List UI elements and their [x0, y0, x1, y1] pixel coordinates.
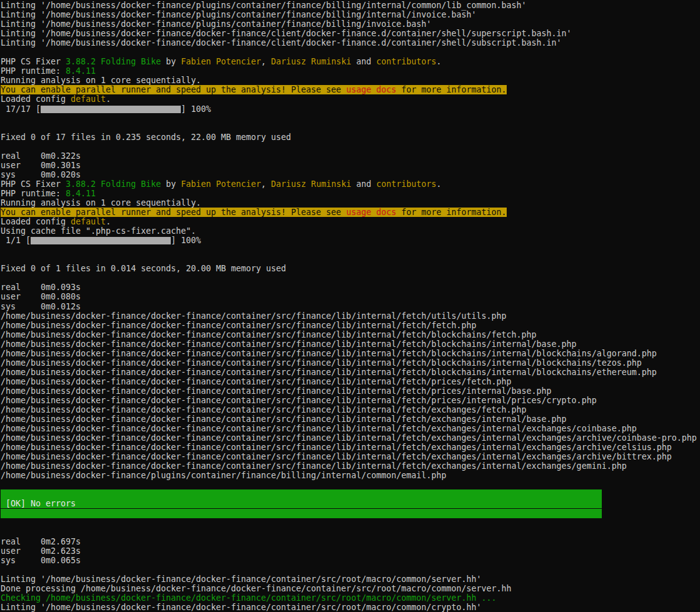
terminal-text: user 0m2.623s [1, 546, 81, 556]
terminal-text: 8.4.11 [66, 66, 96, 76]
terminal-line: [OK] No errors [1, 499, 700, 508]
terminal-text: Fixed 0 of 1 files in 0.014 seconds, 20.… [1, 264, 286, 273]
terminal-text: , [261, 179, 271, 189]
terminal-line: PHP runtime: 8.4.11 [1, 66, 700, 76]
terminal-text: PHP runtime: [1, 189, 66, 198]
terminal-line: user 0m2.623s [1, 546, 700, 556]
terminal-line: real 0m0.093s [1, 283, 700, 292]
terminal-text: 1/1 [ [1, 236, 31, 245]
terminal-line [1, 480, 700, 489]
terminal-text: user 0m0.301s [1, 161, 81, 170]
terminal-line: 17/17 [] 100% [1, 104, 700, 114]
terminal-text: Linting '/home/business/docker-finance/p… [1, 1, 527, 10]
terminal-text: /home/business/docker-finance/docker-fin… [1, 386, 552, 396]
terminal-text: ] 100% [181, 104, 211, 114]
terminal-line [1, 273, 700, 283]
terminal-text: /home/business/docker-finance/docker-fin… [1, 368, 657, 377]
terminal-text: /home/business/docker-finance/plugins/co… [1, 471, 446, 480]
terminal-text: Running analysis on 1 core sequentially. [1, 198, 201, 208]
terminal-line: Linting '/home/business/docker-finance/p… [1, 19, 700, 29]
terminal-text: Linting '/home/business/docker-finance/p… [1, 10, 477, 19]
terminal-text: user 0m0.080s [1, 292, 81, 301]
terminal-line: /home/business/docker-finance/docker-fin… [1, 349, 700, 358]
terminal-line: You can enable parallel runner and speed… [1, 208, 700, 217]
terminal-line: /home/business/docker-finance/docker-fin… [1, 414, 700, 424]
terminal-text: . [106, 217, 111, 226]
terminal-line [1, 245, 700, 254]
terminal-line: /home/business/docker-finance/docker-fin… [1, 424, 700, 433]
terminal-line: /home/business/docker-finance/docker-fin… [1, 405, 700, 414]
progress-bar [31, 237, 171, 244]
terminal-text: 3.88.2 Folding Bike [66, 57, 161, 66]
terminal-text [1, 489, 602, 499]
terminal-line [1, 528, 700, 537]
terminal-text: /home/business/docker-finance/docker-fin… [1, 321, 477, 330]
terminal-text: contributors [376, 179, 436, 189]
terminal-text: Checking /home/business/docker-finance/d… [1, 593, 497, 603]
terminal-line: Loaded config default. [1, 217, 700, 226]
terminal-text: usage docs [346, 85, 396, 94]
terminal-text: [OK] No errors [1, 499, 602, 508]
terminal-line: sys 0m0.065s [1, 556, 700, 565]
terminal-text: /home/business/docker-finance/docker-fin… [1, 443, 672, 452]
terminal-text: usage docs [346, 208, 396, 217]
terminal-text: , [261, 57, 271, 66]
terminal-text: sys 0m0.065s [1, 556, 81, 565]
terminal-text: /home/business/docker-finance/docker-fin… [1, 405, 527, 414]
terminal-line: /home/business/docker-finance/docker-fin… [1, 330, 700, 339]
terminal-text: for more information. [396, 208, 506, 217]
terminal-text: real 0m2.697s [1, 537, 81, 546]
terminal-line: sys 0m0.012s [1, 302, 700, 311]
terminal-line [1, 518, 700, 528]
terminal-line: Checking /home/business/docker-finance/d… [1, 593, 700, 603]
terminal-text: real 0m0.322s [1, 151, 81, 161]
terminal-text: Linting '/home/business/docker-finance/p… [1, 19, 431, 29]
terminal-text: Fixed 0 of 17 files in 0.235 seconds, 22… [1, 133, 291, 142]
terminal-text: sys 0m0.012s [1, 302, 81, 311]
terminal-line: sys 0m0.020s [1, 170, 700, 179]
terminal-text [1, 509, 602, 518]
terminal-line: PHP runtime: 8.4.11 [1, 189, 700, 198]
terminal-text: PHP runtime: [1, 66, 66, 76]
terminal-output: Linting '/home/business/docker-finance/p… [0, 0, 700, 612]
terminal-line: /home/business/docker-finance/docker-fin… [1, 443, 700, 452]
terminal-line: /home/business/docker-finance/docker-fin… [1, 433, 700, 443]
terminal-line: /home/business/docker-finance/docker-fin… [1, 368, 700, 377]
terminal-line [1, 254, 700, 264]
terminal-text: . [437, 179, 442, 189]
terminal-text: 17/17 [ [1, 104, 41, 114]
terminal-line [1, 509, 700, 518]
terminal-line: /home/business/docker-finance/plugins/co… [1, 471, 700, 480]
terminal-line: /home/business/docker-finance/docker-fin… [1, 358, 700, 368]
terminal-line: Done processing /home/business/docker-fi… [1, 584, 700, 593]
terminal-text: Loaded config [1, 94, 71, 104]
terminal-text: . [437, 57, 442, 66]
terminal-line: /home/business/docker-finance/docker-fin… [1, 396, 700, 405]
terminal-text: by [161, 179, 181, 189]
terminal-text: ] 100% [171, 236, 201, 245]
terminal-text: Loaded config [1, 217, 71, 226]
terminal-line: /home/business/docker-finance/docker-fin… [1, 321, 700, 330]
terminal-line: Linting '/home/business/docker-finance/p… [1, 1, 700, 10]
terminal-text: Linting '/home/business/docker-finance/d… [1, 29, 572, 38]
terminal-text: . [106, 94, 111, 104]
terminal-line: Fixed 0 of 1 files in 0.014 seconds, 20.… [1, 264, 700, 273]
terminal-text: You can enable parallel runner and speed… [1, 208, 346, 217]
terminal-text: /home/business/docker-finance/docker-fin… [1, 461, 627, 471]
terminal-text: Linting '/home/business/docker-finance/d… [1, 574, 482, 584]
terminal-text: default [71, 94, 106, 104]
terminal-line: /home/business/docker-finance/docker-fin… [1, 311, 700, 321]
terminal-text: /home/business/docker-finance/docker-fin… [1, 433, 697, 443]
terminal-text: default [71, 217, 106, 226]
terminal-line: /home/business/docker-finance/docker-fin… [1, 452, 700, 461]
terminal-line: Linting '/home/business/docker-finance/d… [1, 574, 700, 584]
terminal-text: Done processing /home/business/docker-fi… [1, 584, 512, 593]
terminal-line: /home/business/docker-finance/docker-fin… [1, 339, 700, 349]
terminal-line: Running analysis on 1 core sequentially. [1, 198, 700, 208]
terminal-line: Fixed 0 of 17 files in 0.235 seconds, 22… [1, 133, 700, 142]
terminal-text: Running analysis on 1 core sequentially. [1, 76, 201, 85]
terminal-line: /home/business/docker-finance/docker-fin… [1, 386, 700, 396]
terminal-text: by [161, 57, 181, 66]
terminal-text: Fabien Potencier [181, 179, 261, 189]
terminal-text: and [351, 57, 376, 66]
